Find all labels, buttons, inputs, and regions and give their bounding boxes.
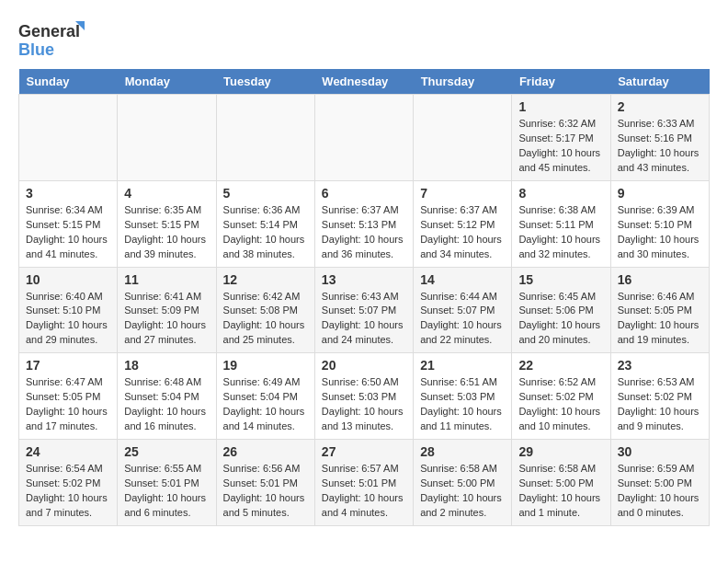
day-cell: 18Sunrise: 6:48 AM Sunset: 5:04 PM Dayli…	[118, 353, 216, 440]
column-header-wednesday: Wednesday	[314, 69, 413, 95]
week-row-5: 24Sunrise: 6:54 AM Sunset: 5:02 PM Dayli…	[19, 440, 710, 526]
day-info: Sunrise: 6:59 AM Sunset: 5:00 PM Dayligh…	[618, 462, 702, 521]
day-number: 29	[518, 444, 603, 459]
day-info: Sunrise: 6:46 AM Sunset: 5:05 PM Dayligh…	[618, 290, 702, 349]
day-number: 17	[26, 358, 110, 373]
day-info: Sunrise: 6:43 AM Sunset: 5:07 PM Dayligh…	[322, 290, 406, 349]
day-cell	[118, 95, 216, 181]
day-info: Sunrise: 6:33 AM Sunset: 5:16 PM Dayligh…	[618, 117, 702, 176]
column-header-monday: Monday	[118, 69, 216, 95]
day-cell: 3Sunrise: 6:34 AM Sunset: 5:15 PM Daylig…	[19, 180, 118, 267]
day-info: Sunrise: 6:52 AM Sunset: 5:02 PM Dayligh…	[518, 375, 603, 434]
day-number: 11	[124, 272, 209, 287]
day-number: 24	[26, 444, 110, 459]
column-header-friday: Friday	[512, 69, 610, 95]
day-number: 20	[322, 358, 406, 373]
day-info: Sunrise: 6:44 AM Sunset: 5:07 PM Dayligh…	[420, 290, 505, 349]
page-header: GeneralBlue	[18, 18, 710, 60]
day-info: Sunrise: 6:38 AM Sunset: 5:11 PM Dayligh…	[518, 203, 603, 262]
day-number: 30	[618, 444, 702, 459]
day-number: 1	[518, 99, 603, 114]
day-cell: 27Sunrise: 6:57 AM Sunset: 5:01 PM Dayli…	[314, 440, 413, 526]
day-info: Sunrise: 6:35 AM Sunset: 5:15 PM Dayligh…	[124, 203, 209, 262]
day-info: Sunrise: 6:36 AM Sunset: 5:14 PM Dayligh…	[223, 203, 308, 262]
calendar-table: SundayMondayTuesdayWednesdayThursdayFrid…	[18, 69, 710, 526]
day-info: Sunrise: 6:37 AM Sunset: 5:13 PM Dayligh…	[322, 203, 406, 262]
week-row-2: 3Sunrise: 6:34 AM Sunset: 5:15 PM Daylig…	[19, 180, 710, 267]
day-info: Sunrise: 6:45 AM Sunset: 5:06 PM Dayligh…	[518, 290, 603, 349]
day-info: Sunrise: 6:54 AM Sunset: 5:02 PM Dayligh…	[26, 462, 110, 521]
day-cell: 19Sunrise: 6:49 AM Sunset: 5:04 PM Dayli…	[216, 353, 314, 440]
day-number: 14	[420, 272, 505, 287]
day-number: 10	[26, 272, 110, 287]
day-info: Sunrise: 6:51 AM Sunset: 5:03 PM Dayligh…	[420, 375, 505, 434]
day-cell	[414, 95, 512, 181]
day-info: Sunrise: 6:37 AM Sunset: 5:12 PM Dayligh…	[420, 203, 505, 262]
day-cell: 8Sunrise: 6:38 AM Sunset: 5:11 PM Daylig…	[512, 180, 610, 267]
day-number: 16	[618, 272, 702, 287]
day-cell: 17Sunrise: 6:47 AM Sunset: 5:05 PM Dayli…	[19, 353, 118, 440]
day-info: Sunrise: 6:42 AM Sunset: 5:08 PM Dayligh…	[223, 290, 308, 349]
day-info: Sunrise: 6:41 AM Sunset: 5:09 PM Dayligh…	[124, 290, 209, 349]
day-cell: 14Sunrise: 6:44 AM Sunset: 5:07 PM Dayli…	[414, 267, 512, 353]
day-cell: 15Sunrise: 6:45 AM Sunset: 5:06 PM Dayli…	[512, 267, 610, 353]
day-number: 7	[420, 186, 505, 201]
day-number: 5	[223, 186, 308, 201]
day-number: 3	[26, 186, 110, 201]
day-number: 9	[618, 186, 702, 201]
day-info: Sunrise: 6:58 AM Sunset: 5:00 PM Dayligh…	[420, 462, 505, 521]
day-number: 4	[124, 186, 209, 201]
day-number: 12	[223, 272, 308, 287]
day-info: Sunrise: 6:56 AM Sunset: 5:01 PM Dayligh…	[223, 462, 308, 521]
day-cell	[216, 95, 314, 181]
day-number: 25	[124, 444, 209, 459]
day-number: 15	[518, 272, 603, 287]
week-row-4: 17Sunrise: 6:47 AM Sunset: 5:05 PM Dayli…	[19, 353, 710, 440]
day-info: Sunrise: 6:53 AM Sunset: 5:02 PM Dayligh…	[618, 375, 702, 434]
day-cell: 23Sunrise: 6:53 AM Sunset: 5:02 PM Dayli…	[610, 353, 709, 440]
day-cell: 22Sunrise: 6:52 AM Sunset: 5:02 PM Dayli…	[512, 353, 610, 440]
day-cell: 25Sunrise: 6:55 AM Sunset: 5:01 PM Dayli…	[118, 440, 216, 526]
column-header-saturday: Saturday	[610, 69, 709, 95]
day-number: 26	[223, 444, 308, 459]
day-cell: 2Sunrise: 6:33 AM Sunset: 5:16 PM Daylig…	[610, 95, 709, 181]
day-info: Sunrise: 6:49 AM Sunset: 5:04 PM Dayligh…	[223, 375, 308, 434]
day-cell: 12Sunrise: 6:42 AM Sunset: 5:08 PM Dayli…	[216, 267, 314, 353]
day-cell: 1Sunrise: 6:32 AM Sunset: 5:17 PM Daylig…	[512, 95, 610, 181]
day-cell: 5Sunrise: 6:36 AM Sunset: 5:14 PM Daylig…	[216, 180, 314, 267]
logo: GeneralBlue	[18, 18, 92, 60]
day-number: 19	[223, 358, 308, 373]
day-info: Sunrise: 6:57 AM Sunset: 5:01 PM Dayligh…	[322, 462, 406, 521]
day-cell: 30Sunrise: 6:59 AM Sunset: 5:00 PM Dayli…	[610, 440, 709, 526]
day-info: Sunrise: 6:40 AM Sunset: 5:10 PM Dayligh…	[26, 290, 110, 349]
day-cell: 4Sunrise: 6:35 AM Sunset: 5:15 PM Daylig…	[118, 180, 216, 267]
column-header-sunday: Sunday	[19, 69, 118, 95]
column-header-tuesday: Tuesday	[216, 69, 314, 95]
day-number: 8	[518, 186, 603, 201]
week-row-1: 1Sunrise: 6:32 AM Sunset: 5:17 PM Daylig…	[19, 95, 710, 181]
day-cell: 16Sunrise: 6:46 AM Sunset: 5:05 PM Dayli…	[610, 267, 709, 353]
day-cell	[314, 95, 413, 181]
day-number: 21	[420, 358, 505, 373]
column-header-thursday: Thursday	[414, 69, 512, 95]
day-info: Sunrise: 6:58 AM Sunset: 5:00 PM Dayligh…	[518, 462, 603, 521]
day-info: Sunrise: 6:47 AM Sunset: 5:05 PM Dayligh…	[26, 375, 110, 434]
logo-svg: GeneralBlue	[18, 18, 92, 60]
day-cell: 11Sunrise: 6:41 AM Sunset: 5:09 PM Dayli…	[118, 267, 216, 353]
day-number: 18	[124, 358, 209, 373]
day-cell: 9Sunrise: 6:39 AM Sunset: 5:10 PM Daylig…	[610, 180, 709, 267]
day-info: Sunrise: 6:48 AM Sunset: 5:04 PM Dayligh…	[124, 375, 209, 434]
day-number: 27	[322, 444, 406, 459]
day-info: Sunrise: 6:50 AM Sunset: 5:03 PM Dayligh…	[322, 375, 406, 434]
day-cell: 7Sunrise: 6:37 AM Sunset: 5:12 PM Daylig…	[414, 180, 512, 267]
day-cell	[19, 95, 118, 181]
day-cell: 20Sunrise: 6:50 AM Sunset: 5:03 PM Dayli…	[314, 353, 413, 440]
day-number: 23	[618, 358, 702, 373]
day-info: Sunrise: 6:32 AM Sunset: 5:17 PM Dayligh…	[518, 117, 603, 176]
day-info: Sunrise: 6:39 AM Sunset: 5:10 PM Dayligh…	[618, 203, 702, 262]
svg-text:Blue: Blue	[18, 40, 54, 59]
day-number: 6	[322, 186, 406, 201]
day-cell: 28Sunrise: 6:58 AM Sunset: 5:00 PM Dayli…	[414, 440, 512, 526]
day-cell: 24Sunrise: 6:54 AM Sunset: 5:02 PM Dayli…	[19, 440, 118, 526]
day-number: 28	[420, 444, 505, 459]
